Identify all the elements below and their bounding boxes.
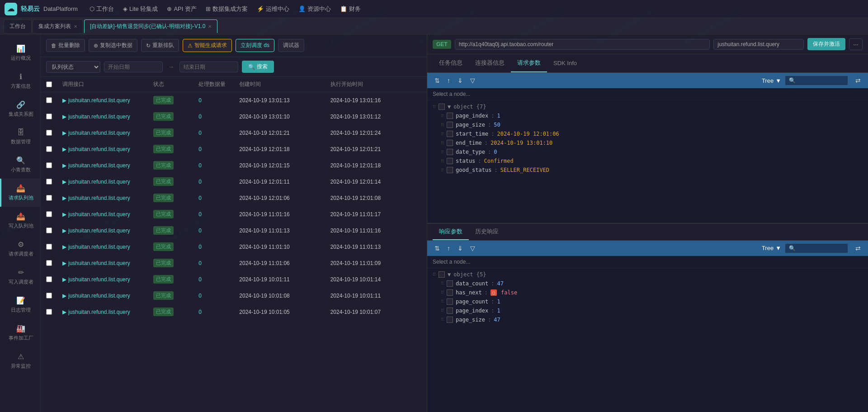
tab-response-params[interactable]: 响应参数 [433, 224, 469, 240]
tab-close-icon[interactable]: ✕ [208, 24, 212, 29]
api-query-input[interactable] [713, 39, 804, 50]
tab-active[interactable]: [自动差缺]-销售退货同步(已确认-明细对接)-V1.0 ✕ [84, 19, 217, 33]
expand-icon[interactable]: ▼ [448, 104, 451, 110]
sidebar-item-overview[interactable]: 📊 运行概况 [0, 39, 40, 67]
row-checkbox[interactable] [46, 309, 52, 315]
json-field-checkbox[interactable] [447, 289, 453, 296]
api-name-cell[interactable]: ▶ jushuitan.refund.list.query [62, 211, 153, 218]
smart-generate-button[interactable]: ⚠ 智能生成请求 [183, 39, 232, 52]
api-name-cell[interactable]: ▶ jushuitan.refund.list.query [62, 244, 153, 250]
tab-request-params[interactable]: 请求参数 [511, 54, 547, 72]
request-select-node[interactable]: Select a node... [427, 88, 868, 100]
row-checkbox[interactable] [46, 260, 52, 266]
nav-item-resource[interactable]: 👤资源中心 [298, 5, 331, 13]
filter-resp-button[interactable]: ▽ [468, 244, 477, 253]
api-name-cell[interactable]: ▶ jushuitan.refund.list.query [62, 130, 153, 136]
response-tree-dropdown[interactable]: Tree ▼ [762, 245, 781, 251]
sidebar-item-relation[interactable]: 🔗 集成关系图 [0, 95, 40, 123]
api-name-cell[interactable]: ▶ jushuitan.refund.list.query [62, 179, 153, 185]
save-activate-button[interactable]: 保存并激活 [807, 38, 845, 50]
row-checkbox[interactable] [46, 211, 52, 217]
row-checkbox[interactable] [46, 195, 52, 201]
api-name-cell[interactable]: ▶ jushuitan.refund.list.query [62, 114, 153, 120]
expand-icon[interactable]: ▼ [448, 271, 451, 278]
copy-selected-button[interactable]: ⊕ 复制选中数据 [89, 39, 137, 52]
nav-item-ops[interactable]: ⚡运维中心 [257, 5, 289, 13]
search-button[interactable]: 🔍 搜索 [242, 61, 274, 73]
row-checkbox[interactable] [46, 130, 52, 136]
tab-task-info[interactable]: 任务信息 [433, 54, 469, 72]
sidebar-item-write-queue[interactable]: 📤 写入队列池 [0, 207, 40, 235]
tree-dropdown[interactable]: Tree ▼ [762, 77, 781, 84]
row-checkbox[interactable] [46, 276, 52, 282]
request-search-input[interactable] [785, 76, 848, 85]
expand-all-button[interactable]: ⇅ [433, 76, 442, 85]
json-row-checkbox[interactable] [439, 104, 445, 110]
json-field-checkbox[interactable] [447, 167, 453, 173]
end-date-input[interactable] [179, 62, 238, 72]
sort-resp-button[interactable]: ⇓ [456, 244, 465, 253]
tab-sdk-info[interactable]: SDK Info [547, 55, 583, 72]
collapse-all-resp-button[interactable]: ↑ [445, 244, 452, 253]
api-name-cell[interactable]: ▶ jushuitan.refund.list.query [62, 309, 153, 315]
sort-button[interactable]: ⇓ [456, 76, 465, 85]
response-select-node[interactable]: Select a node... [427, 256, 868, 268]
tab-close-icon[interactable]: ✕ [74, 24, 77, 29]
json-field-checkbox[interactable] [447, 280, 453, 287]
json-field-checkbox[interactable] [447, 149, 453, 155]
requeue-button[interactable]: ↻ 重新排队 [141, 39, 179, 52]
json-field-checkbox[interactable] [447, 140, 453, 146]
api-name-cell[interactable]: ▶ jushuitan.refund.list.query [62, 276, 153, 283]
schedule-ds-button[interactable]: 立刻调度 ds [236, 39, 274, 52]
filter-button[interactable]: ▽ [468, 76, 477, 85]
select-all-checkbox[interactable] [46, 81, 52, 87]
api-name-cell[interactable]: ▶ jushuitan.refund.list.query [62, 260, 153, 266]
json-field-checkbox[interactable] [447, 158, 453, 164]
api-name-cell[interactable]: ▶ jushuitan.refund.list.query [62, 97, 153, 104]
more-options-button[interactable]: ··· [849, 38, 863, 50]
debug-button[interactable]: 调试器 [278, 39, 304, 52]
tab-history-response[interactable]: 历史响应 [469, 224, 505, 240]
row-checkbox[interactable] [46, 114, 52, 119]
json-field-checkbox[interactable] [447, 317, 453, 323]
nav-item-lite[interactable]: ◈Lite 轻集成 [123, 5, 158, 13]
api-url-input[interactable] [455, 39, 710, 50]
nav-item-finance[interactable]: 📋财务 [340, 5, 361, 13]
row-checkbox[interactable] [46, 227, 52, 233]
sidebar-item-request-queue[interactable]: 📥 请求队列池 [0, 179, 40, 207]
row-checkbox[interactable] [46, 97, 52, 103]
sidebar-item-write-scheduler[interactable]: ✏ 写入调度者 [0, 263, 40, 291]
api-name-cell[interactable]: ▶ jushuitan.refund.list.query [62, 293, 153, 299]
json-field-checkbox[interactable] [447, 308, 453, 314]
tab-connector-info[interactable]: 连接器信息 [469, 54, 511, 72]
nav-item-datasolution[interactable]: ⊞数据集成方案 [206, 5, 248, 13]
api-name-cell[interactable]: ▶ jushuitan.refund.list.query [62, 227, 153, 234]
sidebar-item-qingcha[interactable]: 🔍 小青查数 [0, 151, 40, 179]
api-name-cell[interactable]: ▶ jushuitan.refund.list.query [62, 162, 153, 169]
sidebar-item-monitor[interactable]: ⚠ 异常监控 [0, 347, 40, 375]
sidebar-item-datamanage[interactable]: 🗄 数据管理 [0, 123, 40, 151]
row-checkbox[interactable] [46, 293, 52, 298]
collapse-all-button[interactable]: ↑ [445, 76, 452, 85]
json-field-checkbox[interactable] [447, 131, 453, 137]
import-button[interactable]: ⇄ [854, 76, 863, 85]
sidebar-item-info[interactable]: ℹ 方案信息 [0, 67, 40, 95]
row-checkbox[interactable] [46, 162, 52, 168]
nav-item-api[interactable]: ⊕API 资产 [167, 5, 197, 13]
json-field-checkbox[interactable] [447, 298, 453, 305]
sidebar-item-request-scheduler[interactable]: ⚙ 请求调度者 [0, 235, 40, 263]
json-row-checkbox[interactable] [439, 271, 445, 278]
nav-item-worktable[interactable]: ⬡工作台 [90, 5, 114, 13]
row-checkbox[interactable] [46, 244, 52, 250]
response-import-button[interactable]: ⇄ [854, 244, 863, 253]
batch-delete-button[interactable]: 🗑 批量删除 [46, 39, 85, 52]
api-name-cell[interactable]: ▶ jushuitan.refund.list.query [62, 195, 153, 201]
expand-all-resp-button[interactable]: ⇅ [433, 244, 442, 253]
sidebar-item-event[interactable]: 🏭 事件加工厂 [0, 319, 40, 347]
api-name-cell[interactable]: ▶ jushuitan.refund.list.query [62, 146, 153, 152]
tab-solution-list[interactable]: 集成方案列表 ✕ [33, 19, 83, 33]
queue-status-select[interactable]: 队列状态 [46, 61, 100, 73]
start-date-input[interactable] [104, 62, 163, 72]
sidebar-item-log[interactable]: 📝 日志管理 [0, 291, 40, 319]
response-search-input[interactable] [785, 243, 848, 253]
